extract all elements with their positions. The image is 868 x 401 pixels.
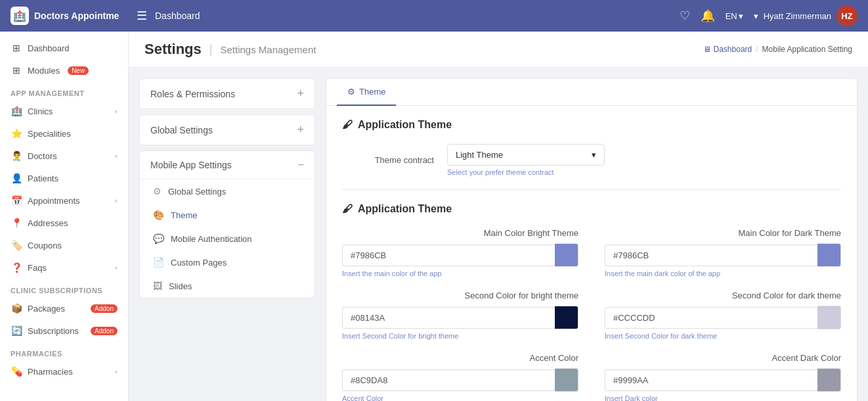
page-separator: | — [209, 43, 213, 57]
sidebar-item-clinics[interactable]: 🏥 Clinics ‹ — [0, 100, 128, 122]
topbar-actions: ♡ 🔔 EN ▾ ▾ Hyatt Zimmerman HZ — [680, 5, 857, 26]
topbar: 🏥 Doctors Appointme ☰ Dashboard ♡ 🔔 EN ▾… — [0, 0, 868, 32]
collapse-icon[interactable]: − — [298, 159, 304, 171]
doctors-icon: 👨‍⚕️ — [11, 151, 22, 161]
color-input-second-color-dark[interactable] — [605, 307, 817, 329]
color-swatch-main-color-bright[interactable] — [555, 243, 578, 267]
sidebar-item-patients[interactable]: 👤 Patients — [0, 167, 128, 189]
left-panel: Roles & Permissions + Global Settings + … — [139, 78, 315, 401]
color-input-second-color-bright[interactable] — [342, 307, 555, 329]
chevron-icon: ‹ — [115, 107, 118, 115]
section-divider — [342, 189, 841, 190]
custom-pages-item-icon: 📄 — [153, 257, 164, 268]
tab-theme-label: Theme — [359, 87, 385, 97]
sidebar-item-appointments[interactable]: 📅 Appointments ‹ — [0, 189, 128, 212]
mobile-item-mobile-authentication[interactable]: 💬 Mobile Authentication — [140, 227, 315, 250]
sidebar-item-label: Pharmacies — [28, 367, 73, 377]
sidebar-item-pharmacies[interactable]: 💊 Pharmacies ‹ — [0, 360, 128, 383]
global-settings-add-icon[interactable]: + — [297, 123, 304, 137]
section-label-app-management: App Management — [0, 82, 128, 100]
color-swatch-main-color-dark[interactable] — [817, 243, 841, 267]
color-hint-main-color-bright: Insert the main color of the app — [342, 270, 578, 277]
main-content: Settings | Settings Management 🖥 Dashboa… — [129, 32, 868, 401]
roles-permissions-label: Roles & Permissions — [150, 89, 235, 99]
topbar-nav-dashboard[interactable]: Dashboard — [155, 11, 200, 21]
color-swatch-accent-dark-color[interactable] — [817, 368, 841, 392]
sidebar-item-faqs[interactable]: ❓ Faqs ‹ — [0, 256, 128, 279]
color-label-second-color-dark: Second Color for dark theme — [605, 291, 841, 300]
color-input-accent-color[interactable] — [342, 369, 555, 391]
color-input-accent-dark-color[interactable] — [605, 369, 817, 391]
theme-select-chevron: ▾ — [592, 150, 596, 160]
avatar: HZ — [836, 5, 857, 26]
notification-icon[interactable]: 🔔 — [701, 9, 715, 23]
color-label-main-color-dark: Main Color for Dark Theme — [605, 228, 841, 238]
mobile-app-settings-card: Mobile App Settings − ⚙ Global Settings … — [139, 151, 315, 298]
chevron-icon: ‹ — [115, 367, 118, 375]
chevron-icon: ‹ — [115, 152, 118, 160]
sidebar-item-addresses[interactable]: 📍 Addresses — [0, 212, 128, 234]
user-chevron-icon: ▾ — [754, 11, 758, 21]
global-settings-item-icon: ⚙ — [153, 186, 162, 197]
mobile-item-slides[interactable]: 🖼 Slides — [140, 274, 315, 298]
addon-badge: Addon — [91, 304, 118, 313]
sidebar-item-packages[interactable]: 📦 Packages Addon — [0, 297, 128, 319]
mobile-item-global-settings[interactable]: ⚙ Global Settings — [140, 179, 315, 203]
mobile-app-settings-header[interactable]: Mobile App Settings − — [140, 151, 315, 179]
breadcrumb-home[interactable]: 🖥 Dashboard — [703, 45, 752, 54]
chevron-icon: ‹ — [115, 264, 118, 271]
mobile-item-theme[interactable]: 🎨 Theme — [140, 203, 315, 227]
mobile-item-label: Theme — [171, 210, 197, 220]
mobile-item-custom-pages[interactable]: 📄 Custom Pages — [140, 250, 315, 274]
color-swatch-second-color-dark[interactable] — [817, 306, 841, 329]
favorite-icon[interactable]: ♡ — [680, 9, 690, 23]
color-input-main-color-dark[interactable] — [605, 245, 817, 266]
brand: 🏥 Doctors Appointme — [11, 7, 129, 25]
user-menu[interactable]: ▾ Hyatt Zimmerman HZ — [754, 5, 857, 26]
language-selector[interactable]: EN ▾ — [726, 11, 743, 21]
roles-add-icon[interactable]: + — [297, 87, 304, 101]
color-field-main-color-dark: Main Color for Dark ThemeInsert the main… — [605, 228, 841, 277]
sidebar-item-label: Appointments — [28, 196, 80, 206]
addresses-icon: 📍 — [11, 218, 22, 228]
theme-contract-select[interactable]: Light Theme ▾ — [447, 144, 605, 166]
new-badge: New — [68, 66, 89, 75]
menu-icon[interactable]: ☰ — [137, 9, 147, 23]
patients-icon: 👤 — [11, 173, 22, 183]
tab-theme[interactable]: ⚙ Theme — [337, 79, 396, 106]
color-swatch-accent-color[interactable] — [555, 368, 578, 392]
global-settings-header[interactable]: Global Settings + — [140, 115, 315, 145]
page-header-left: Settings | Settings Management — [144, 41, 316, 58]
sidebar-item-label: Modules — [28, 66, 60, 76]
sidebar-item-label: Coupons — [28, 241, 62, 250]
modules-icon: ⊞ — [11, 65, 22, 76]
theme-contract-hint: Select your prefer theme contract — [447, 168, 605, 176]
sidebar-item-doctors[interactable]: 👨‍⚕️ Doctors ‹ — [0, 145, 128, 167]
settings-content: 🖌 Application Theme Theme contract Light… — [326, 106, 857, 401]
sidebar-item-label: Patients — [28, 174, 58, 183]
sidebar-item-dashboard[interactable]: ⊞ Dashboard — [0, 37, 128, 59]
roles-permissions-header[interactable]: Roles & Permissions + — [140, 79, 315, 108]
section1-title: 🖌 Application Theme — [342, 119, 841, 131]
color-label-accent-color: Accent Color — [342, 353, 578, 363]
mobile-item-label: Custom Pages — [171, 258, 227, 268]
section2-title: 🖌 Application Theme — [342, 203, 841, 215]
color-input-main-color-bright[interactable] — [342, 245, 555, 266]
color-row-main-color-bright — [342, 243, 578, 267]
subscriptions-icon: 🔄 — [11, 325, 22, 336]
clinics-icon: 🏥 — [11, 106, 22, 116]
brush-icon: 🖌 — [342, 119, 353, 131]
color-hint-second-color-bright: Insert Second Color for bright theme — [342, 332, 578, 340]
sidebar-item-specialities[interactable]: ⭐ Specialities — [0, 122, 128, 145]
sidebar-item-subscriptions[interactable]: 🔄 Subscriptions Addon — [0, 319, 128, 342]
dashboard-icon: ⊞ — [11, 43, 22, 53]
sidebar: ⊞ Dashboard ⊞ Modules New App Management… — [0, 32, 129, 401]
breadcrumb: 🖥 Dashboard / Mobile Application Setting — [703, 45, 852, 54]
sidebar-item-modules[interactable]: ⊞ Modules New — [0, 59, 128, 82]
packages-icon: 📦 — [11, 303, 22, 314]
color-swatch-second-color-bright[interactable] — [555, 306, 578, 329]
color-hint-second-color-dark: Insert Second Color for dark theme — [605, 332, 841, 340]
right-panel: ⚙ Theme 🖌 Application Theme Theme contra… — [326, 78, 857, 401]
sidebar-item-coupons[interactable]: 🏷️ Coupons — [0, 234, 128, 256]
user-name: Hyatt Zimmerman — [764, 11, 831, 21]
